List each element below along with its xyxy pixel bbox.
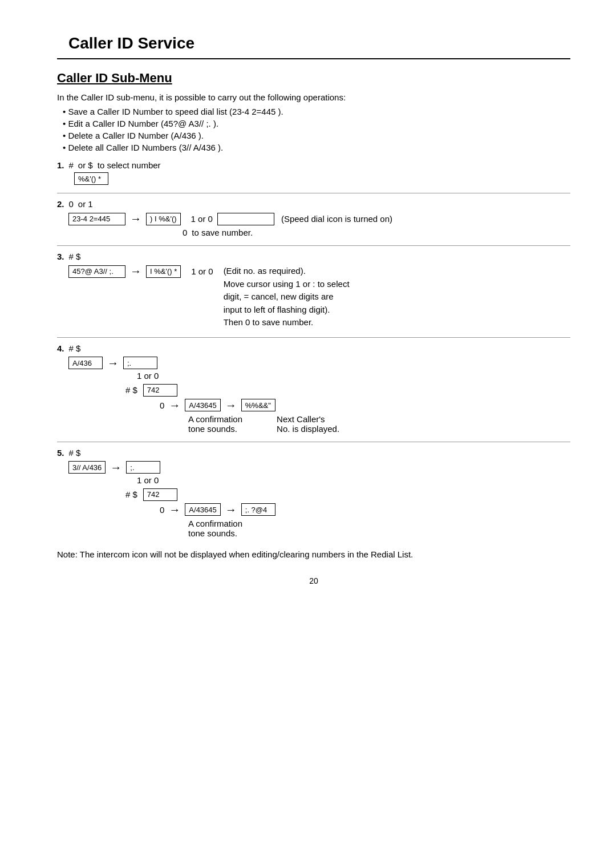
section-title: Caller ID Sub-Menu: [57, 71, 570, 86]
step5-hash-dollar: # $: [125, 490, 137, 499]
step3-branch-label: 1 or 0: [191, 266, 213, 276]
intro-text: In the Caller ID sub-menu, it is possibl…: [57, 92, 570, 102]
step4-box-next: %%&&": [241, 399, 275, 411]
step5-row2: # $ 742: [125, 488, 570, 501]
step5-row1: 3// A/436 → ;.: [68, 461, 570, 474]
step3-desc2: Move cursor using 1 or : to select: [224, 278, 350, 291]
step5-box-a43645: A/43645: [185, 503, 220, 516]
step4-box-left: A/436: [68, 357, 103, 369]
step2-branch: 1 or 0: [191, 214, 213, 224]
step5-zero: 0: [160, 505, 164, 515]
step4-row3: 0 → A/43645 → %%&&": [160, 399, 570, 412]
rule-after-step3: [57, 337, 570, 338]
step4-row: 4. # $: [57, 343, 570, 353]
bullet-4: Delete all Caller ID Numbers (3// A/436 …: [63, 143, 570, 152]
step3-box-left: 45?@ A3// ;.: [68, 265, 125, 278]
bullet-2: Edit a Caller ID Number (45?@ A3// ;. ).: [63, 119, 570, 128]
step5-branch-label: 1 or 0: [137, 475, 159, 485]
step2-section: 2. 0 or 1 23-4 2=445 → ) I %&'() 1 or 0 …: [57, 199, 570, 237]
step4-tone-text: tone sounds.: [188, 424, 242, 434]
step4-conf-text: A confirmation: [188, 414, 242, 424]
step5-tone-text: tone sounds.: [188, 528, 570, 538]
step4-row2: # $ 742: [125, 384, 570, 397]
step5-box-conf-val: 742: [143, 488, 177, 501]
step3-desc: (Edit no. as required). Move cursor usin…: [224, 265, 350, 329]
step5-branch-row: 1 or 0: [137, 475, 570, 485]
rule-after-step4: [57, 442, 570, 442]
step5-row3: 0 → A/43645 → ;. ?@4: [160, 503, 570, 516]
step4-next-desc: Next Caller's No. is displayed.: [277, 414, 339, 434]
step3-desc4: input to left of flashing digit).: [224, 304, 350, 317]
step2-box-right: [217, 213, 274, 225]
step4-descs: A confirmation tone sounds. Next Caller'…: [188, 414, 570, 434]
step4-hash-dollar: # $: [125, 385, 137, 395]
step2-branch-label: 1 or 0: [191, 214, 213, 224]
step4-arrow2: →: [169, 399, 180, 412]
step5-arrow1: →: [110, 461, 121, 474]
step4-diagram: A/436 → ;. 1 or 0 # $ 742 0 → A/43645 → …: [68, 357, 570, 434]
step5-box-mid: ;.: [126, 461, 160, 474]
rule-after-step2: [57, 245, 570, 246]
step1-box: %&'() *: [74, 172, 108, 185]
step5-arrow3: →: [225, 503, 237, 516]
step1-diagram: %&'() *: [74, 172, 570, 185]
step2-or: or 1: [78, 199, 93, 209]
step1-or: or $: [78, 160, 93, 170]
step2-desc-right: (Speed dial icon is turned on): [281, 214, 392, 224]
title-rule: [57, 58, 570, 59]
step4-arrow1: →: [107, 357, 119, 370]
step4-no-text: No. is displayed.: [277, 424, 339, 434]
step1-row: 1. # or $ to select number: [57, 160, 570, 170]
step3-row: 3. # $: [57, 252, 570, 261]
step4-box-a43645: A/43645: [185, 399, 220, 411]
step4-branch-label: 1 or 0: [137, 371, 159, 381]
step2-row: 2. 0 or 1: [57, 199, 570, 209]
step5-label: 5.: [57, 448, 64, 458]
step4-section: 4. # $ A/436 → ;. 1 or 0 # $ 742 0 → A/4…: [57, 343, 570, 434]
step4-label: 4.: [57, 343, 64, 353]
step4-row1: A/436 → ;.: [68, 357, 570, 370]
step2-arrow1: →: [130, 212, 141, 225]
step3-section: 3. # $ 45?@ A3// ;. → I %&'() * 1 or 0 (…: [57, 252, 570, 329]
bullet-3: Delete a Caller ID Number (A/436 ).: [63, 131, 570, 140]
step2-diagram: 23-4 2=445 → ) I %&'() 1 or 0 (Speed dia…: [68, 212, 570, 225]
step1-label: 1.: [57, 160, 64, 170]
step2-box-left: 23-4 2=445: [68, 213, 125, 225]
page-number: 20: [57, 576, 570, 585]
step2-init: 0: [69, 199, 74, 209]
bullet-list: Save a Caller ID Number to speed dial li…: [57, 107, 570, 152]
step3-box-mid: I %&'() *: [146, 265, 181, 278]
step5-arrow2: →: [169, 503, 180, 516]
step5-symbol: # $: [69, 448, 81, 458]
step5-box-left: 3// A/436: [68, 461, 106, 474]
bullet-1: Save a Caller ID Number to speed dial li…: [63, 107, 570, 116]
step5-row: 5. # $: [57, 448, 570, 458]
step5-conf-text: A confirmation: [188, 519, 570, 528]
step5-box-next: ;. ?@4: [241, 503, 275, 516]
step3-diagram: 45?@ A3// ;. → I %&'() * 1 or 0 (Edit no…: [68, 265, 570, 329]
step1-section: 1. # or $ to select number %&'() *: [57, 160, 570, 185]
step1-symbol: #: [69, 160, 74, 170]
step4-box-conf-val: 742: [143, 384, 177, 397]
step4-box-mid: ;.: [123, 357, 157, 369]
step4-arrow3: →: [225, 399, 237, 412]
note-text: Note: The intercom icon will not be disp…: [57, 549, 570, 559]
step2-save-row: 0 to save number.: [183, 228, 570, 237]
step2-box-mid: ) I %&'(): [146, 213, 181, 225]
step5-section: 5. # $ 3// A/436 → ;. 1 or 0 # $ 742 0 →…: [57, 448, 570, 538]
rule-after-step1: [57, 193, 570, 193]
step3-symbol: # $: [69, 252, 81, 261]
step1-action: to select number: [98, 160, 161, 170]
step3-branch: 1 or 0: [191, 266, 213, 276]
step4-conf-desc: A confirmation tone sounds.: [188, 414, 242, 434]
step2-zero: 0: [183, 228, 187, 237]
step3-label: 3.: [57, 252, 64, 261]
step2-label: 2.: [57, 199, 64, 209]
step3-desc3: digit, = cancel, new digits are: [224, 290, 350, 304]
step4-symbol: # $: [69, 343, 81, 353]
step5-diagram: 3// A/436 → ;. 1 or 0 # $ 742 0 → A/4364…: [68, 461, 570, 538]
step5-conf-desc: A confirmation tone sounds.: [188, 519, 570, 538]
step4-branch-label-row: 1 or 0: [137, 371, 570, 381]
step4-zero: 0: [160, 401, 164, 410]
step3-left: 45?@ A3// ;. → I %&'() * 1 or 0: [68, 265, 213, 278]
